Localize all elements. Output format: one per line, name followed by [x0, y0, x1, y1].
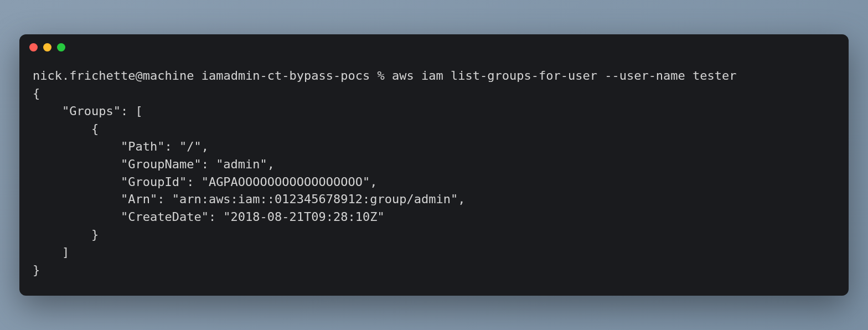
- output-line: {: [33, 122, 99, 136]
- output-line: "Path": "/",: [33, 140, 209, 153]
- close-icon[interactable]: [29, 43, 38, 51]
- terminal-content[interactable]: nick.frichette@machine iamadmin-ct-bypas…: [19, 56, 849, 296]
- output-line: "GroupId": "AGPAOOOOOOOOOOOOOOOOO",: [33, 175, 378, 189]
- prompt-user: nick.frichette@machine: [33, 69, 194, 82]
- terminal-window: nick.frichette@machine iamadmin-ct-bypas…: [19, 34, 849, 296]
- output-line: "Groups": [: [33, 104, 143, 118]
- output-line: }: [33, 228, 99, 241]
- window-titlebar: [19, 34, 849, 56]
- output-line: "Arn": "arn:aws:iam::012345678912:group/…: [33, 192, 465, 206]
- output-line: "CreateDate": "2018-08-21T09:28:10Z": [33, 210, 385, 224]
- output-line: {: [33, 86, 40, 100]
- minimize-icon[interactable]: [43, 43, 51, 51]
- output-line: ]: [33, 245, 69, 259]
- maximize-icon[interactable]: [57, 43, 65, 51]
- output-line: "GroupName": "admin",: [33, 157, 275, 171]
- command-text: aws iam list-groups-for-user --user-name…: [392, 69, 737, 82]
- prompt-directory: iamadmin-ct-bypass-pocs: [202, 69, 370, 82]
- output-line: }: [33, 263, 40, 277]
- prompt-symbol: %: [378, 69, 385, 82]
